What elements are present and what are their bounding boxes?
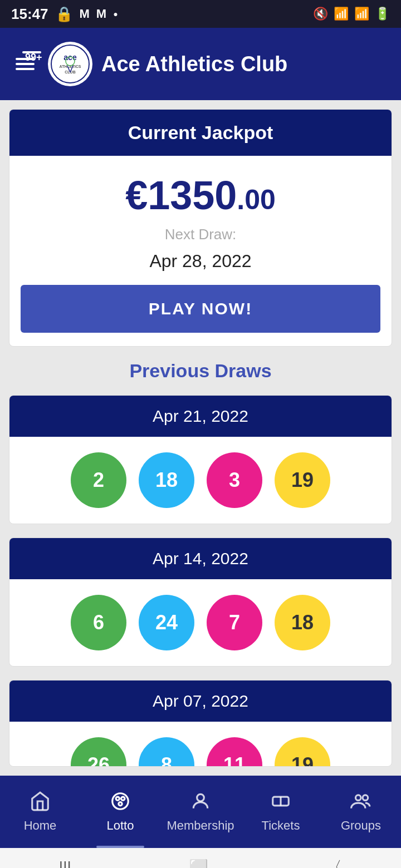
draw-card-3-body: 26 8 11 19 (9, 722, 392, 766)
tickets-icon (270, 791, 291, 815)
svg-point-14 (363, 795, 368, 801)
home-icon (30, 791, 51, 815)
jackpot-amount-main: €1350 (125, 173, 237, 218)
signal-icon: 📶 (354, 7, 369, 21)
membership-icon (190, 791, 211, 815)
draw-card-1-date: Apr 21, 2022 (153, 407, 248, 425)
jackpot-body: €1350.00 Next Draw: Apr 28, 2022 PLAY NO… (9, 156, 392, 346)
svg-point-9 (121, 797, 125, 800)
jackpot-amount: €1350.00 (125, 172, 276, 218)
svg-point-13 (356, 795, 361, 801)
battery-icon: 🔋 (375, 7, 390, 21)
nav-lotto-label: Lotto (107, 818, 134, 833)
ball-1-1: 2 (71, 452, 126, 508)
draw-card-2-body: 6 24 7 18 (9, 579, 392, 666)
status-gmail2-icon: M (96, 7, 106, 21)
draw-card-1-header: Apr 21, 2022 (9, 396, 392, 437)
ball-3-1: 26 (71, 737, 126, 766)
nav-item-tickets[interactable]: Tickets (241, 776, 321, 848)
ball-2-3: 7 (207, 595, 262, 650)
draw-card-1: Apr 21, 2022 2 18 3 19 (9, 395, 392, 524)
nav-item-membership[interactable]: Membership (160, 776, 241, 848)
draw-card-1-body: 2 18 3 19 (9, 437, 392, 524)
ball-1-4: 19 (275, 452, 330, 508)
system-home-button[interactable]: ⬜ (189, 859, 208, 869)
draw-card-2: Apr 14, 2022 6 24 7 18 (9, 537, 392, 667)
ball-3-4: 19 (275, 737, 330, 766)
ball-1-3: 3 (207, 452, 262, 508)
ball-3-3: 11 (207, 737, 262, 766)
jackpot-title: Current Jackpot (128, 122, 273, 143)
lotto-icon (110, 791, 131, 815)
previous-draws-title: Previous Draws (9, 360, 392, 382)
groups-icon (350, 791, 371, 815)
ball-3-2: 8 (139, 737, 194, 766)
nav-groups-label: Groups (341, 818, 381, 833)
jackpot-amount-cents: .00 (237, 184, 276, 215)
nav-tickets-label: Tickets (262, 818, 300, 833)
status-dot: ● (113, 9, 118, 18)
svg-text:ATHLETICS: ATHLETICS (60, 65, 81, 68)
jackpot-card: Current Jackpot €1350.00 Next Draw: Apr … (9, 109, 392, 347)
status-bar-left: 15:47 🔒 M M ● (11, 6, 118, 23)
svg-point-0 (51, 45, 89, 83)
next-draw-date: Apr 28, 2022 (149, 251, 251, 272)
main-content: Current Jackpot €1350.00 Next Draw: Apr … (0, 100, 401, 776)
notification-badge: 99+ (22, 51, 41, 53)
draw-card-3-date: Apr 07, 2022 (153, 692, 248, 710)
ball-2-2: 24 (139, 595, 194, 650)
hamburger-line-2 (16, 63, 35, 65)
draw-card-2-date: Apr 14, 2022 (153, 549, 248, 568)
system-navigation-bar: ||| ⬜ 〈 (0, 848, 401, 868)
bottom-navigation: Home Lotto Membership (0, 776, 401, 848)
draw-card-3: Apr 07, 2022 26 8 11 19 (9, 680, 392, 767)
svg-point-10 (119, 802, 122, 806)
nav-item-groups[interactable]: Groups (321, 776, 401, 848)
wifi-icon: 📶 (334, 7, 349, 21)
svg-point-8 (116, 797, 119, 800)
draw-card-2-header: Apr 14, 2022 (9, 538, 392, 579)
mute-icon: 🔇 (313, 7, 328, 21)
app-logo: ace ATHLETICS CLUB (48, 42, 92, 86)
draw-card-3-header: Apr 07, 2022 (9, 680, 392, 722)
status-gmail-icon: M (80, 7, 90, 21)
ball-2-4: 18 (275, 595, 330, 650)
play-now-button[interactable]: PLAY NOW! (21, 285, 380, 333)
hamburger-menu-button[interactable]: 99+ (11, 53, 39, 75)
system-recent-button[interactable]: ||| (59, 859, 71, 868)
app-name: Ace Athletics Club (101, 52, 390, 76)
nav-item-home[interactable]: Home (0, 776, 80, 848)
nav-home-label: Home (24, 818, 57, 833)
hamburger-line-3 (16, 68, 35, 70)
app-header: 99+ ace ATHLETICS CLUB Ace Athletics Clu… (0, 28, 401, 100)
jackpot-header: Current Jackpot (9, 110, 392, 156)
ball-2-1: 6 (71, 595, 126, 650)
next-draw-label: Next Draw: (165, 226, 237, 243)
status-lock-icon: 🔒 (55, 6, 73, 23)
ball-1-2: 18 (139, 452, 194, 508)
status-bar-right: 🔇 📶 📶 🔋 (313, 7, 390, 21)
nav-membership-label: Membership (167, 818, 234, 833)
svg-point-11 (197, 794, 204, 801)
nav-item-lotto[interactable]: Lotto (80, 776, 160, 848)
status-bar: 15:47 🔒 M M ● 🔇 📶 📶 🔋 (0, 0, 401, 28)
system-back-button[interactable]: 〈 (326, 857, 342, 868)
status-time: 15:47 (11, 6, 48, 23)
